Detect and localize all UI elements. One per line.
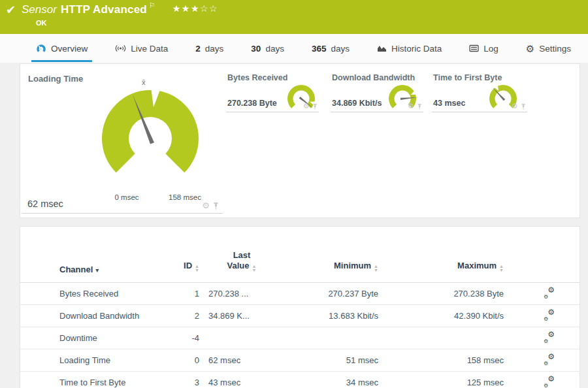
minimum-value: 51 msec [284, 355, 378, 365]
column-header-id[interactable]: ID▲▼ [171, 261, 199, 274]
minimum-value: 13.683 Kbit/s [284, 311, 378, 321]
tab-365-days[interactable]: 365 days [312, 34, 350, 63]
table-row-time-to-first-byte: Time to First Byte 3 43 msec 34 msec 125… [20, 372, 580, 388]
sort-icon[interactable]: ▲▼ [499, 267, 504, 274]
column-header-channel[interactable]: Channel▾ [59, 265, 171, 274]
ok-check-icon: ✔ [6, 3, 16, 17]
priority-stars[interactable]: ★★★☆☆ [172, 3, 218, 14]
tab-settings[interactable]: ⚙ Settings [526, 34, 571, 63]
object-kind-label: Sensor [22, 3, 57, 16]
last-value: 270.238 ... [199, 289, 284, 299]
table-row-download-bandwidth: Download Bandwidth 2 34.869 K... 13.683 … [20, 305, 580, 327]
channel-gear-icon[interactable]: ⚙ [202, 201, 210, 210]
last-value: 62 msec [199, 355, 284, 365]
panel-title: Download Bandwidth [332, 73, 415, 82]
panel-corner-actions: ⚙ [202, 201, 219, 210]
flag-icon: ⚐ [149, 1, 155, 9]
sensor-header: ✔ SensorHTTP Advanced⚐★★★☆☆ OK [0, 0, 588, 34]
live-broadcast-icon [115, 44, 126, 52]
channel-name: Loading Time [59, 355, 171, 365]
tab-historic-data[interactable]: Historic Data [377, 34, 442, 63]
table-row-downtime: Downtime -4 ⚙⚙ [20, 327, 580, 349]
tab-30-days[interactable]: 30 days [251, 34, 284, 63]
channel-id: 3 [171, 378, 199, 387]
area-chart-icon [377, 44, 387, 52]
maximum-value: 125 msec [378, 378, 504, 387]
tab-overview[interactable]: Overview [36, 34, 88, 63]
channel-id: 0 [171, 355, 199, 365]
channel-name: Downtime [59, 333, 171, 343]
column-header-maximum[interactable]: Maximum▲▼ [378, 261, 504, 274]
channel-settings-icon[interactable]: ⚙⚙ [544, 310, 555, 320]
tab-label: Overview [51, 44, 88, 54]
last-value: 43 msec [199, 378, 284, 387]
minimum-value: 270.237 Byte [284, 289, 378, 299]
minimum-value: 34 msec [284, 378, 378, 387]
maximum-value: 158 msec [378, 355, 504, 365]
loading-time-gauge [85, 81, 216, 192]
sort-down-icon[interactable]: ▾ [95, 267, 99, 274]
table-row-bytes-received: Bytes Received 1 270.238 ... 270.237 Byt… [20, 283, 580, 305]
channel-settings-icon[interactable]: ⚙⚙ [544, 288, 555, 298]
channel-id: 1 [171, 289, 199, 299]
tab-bar: Overview Live Data 2 days 30 days 365 da… [0, 34, 588, 63]
channel-value: 43 msec [433, 99, 465, 108]
column-header-last-value[interactable]: Last Value▲▼ [199, 250, 284, 274]
table-header-row: Channel▾ ID▲▼ Last Value▲▼ Minimum▲▼ Max… [20, 227, 580, 283]
channel-panel-bytes-received[interactable]: Bytes Received 270.238 Byte ⚙ [226, 65, 319, 112]
pin-icon[interactable] [417, 104, 422, 110]
panel-title: Bytes Received [227, 73, 287, 82]
overview-gauges-card: Loading Time x̄ 0 msec 158 msec 62 msec … [20, 63, 580, 218]
status-badge: OK [36, 19, 47, 27]
gauge-min-label: 0 msec [114, 193, 139, 201]
tab-label: Log [483, 44, 498, 54]
panel-corner-actions: ⚙ [512, 103, 526, 110]
tab-log[interactable]: Log [469, 34, 498, 63]
channel-id: 2 [171, 311, 199, 321]
panel-corner-actions: ⚙ [303, 103, 318, 110]
tab-label: Settings [539, 44, 571, 54]
log-list-icon [469, 44, 479, 52]
pin-icon[interactable] [521, 104, 526, 110]
column-header-minimum[interactable]: Minimum▲▼ [284, 261, 378, 274]
panel-title: Loading Time [28, 74, 83, 84]
tab-2-days[interactable]: 2 days [195, 34, 223, 63]
sort-icon[interactable]: ▲▼ [195, 267, 199, 274]
gauge-max-label: 158 msec [169, 193, 201, 201]
channel-gear-icon[interactable]: ⚙ [303, 103, 310, 110]
channel-value: 270.238 Byte [227, 99, 277, 108]
panel-corner-actions: ⚙ [408, 103, 422, 110]
stars-filled[interactable]: ★★★ [172, 3, 200, 14]
channel-table-card: Channel▾ ID▲▼ Last Value▲▼ Minimum▲▼ Max… [20, 226, 580, 388]
channel-panel-download-bandwidth[interactable]: Download Bandwidth 34.869 Kbit/s ⚙ [331, 65, 423, 112]
channel-name: Time to First Byte [59, 378, 171, 387]
channel-panel-loading-time[interactable]: Loading Time x̄ 0 msec 158 msec 62 msec … [22, 65, 223, 214]
channel-name: Download Bandwidth [59, 311, 171, 321]
maximum-value: 42.390 Kbit/s [378, 311, 504, 321]
panel-title: Time to First Byte [433, 73, 502, 82]
page-title: HTTP Advanced [61, 3, 147, 16]
channel-settings-icon[interactable]: ⚙⚙ [544, 377, 555, 387]
tab-label: Live Data [131, 44, 168, 54]
channel-name: Bytes Received [59, 289, 171, 299]
channel-settings-icon[interactable]: ⚙⚙ [544, 355, 555, 364]
sort-icon[interactable]: ▲▼ [252, 267, 257, 274]
stars-empty[interactable]: ☆☆ [200, 3, 218, 14]
pin-icon[interactable] [213, 202, 219, 210]
sort-icon[interactable]: ▲▼ [374, 267, 378, 274]
channel-panel-time-to-first-byte[interactable]: Time to First Byte 43 msec ⚙ [432, 65, 527, 112]
pin-icon[interactable] [312, 104, 318, 110]
gauge-icon [36, 44, 46, 53]
channel-value: 34.869 Kbit/s [332, 99, 382, 108]
tab-label: Historic Data [391, 44, 442, 54]
table-row-loading-time: Loading Time 0 62 msec 51 msec 158 msec … [20, 349, 580, 372]
tab-live-data[interactable]: Live Data [115, 34, 168, 63]
channel-gear-icon[interactable]: ⚙ [512, 103, 518, 110]
prtg-sensor-page: ✔ SensorHTTP Advanced⚐★★★☆☆ OK Overview … [0, 0, 588, 388]
channel-id: -4 [171, 333, 199, 343]
maximum-value: 270.238 Byte [378, 289, 504, 299]
channel-settings-icon[interactable]: ⚙⚙ [544, 332, 555, 342]
channel-gear-icon[interactable]: ⚙ [408, 103, 414, 110]
last-value: 34.869 K... [199, 311, 284, 321]
title-block: SensorHTTP Advanced⚐★★★☆☆ [22, 1, 218, 16]
